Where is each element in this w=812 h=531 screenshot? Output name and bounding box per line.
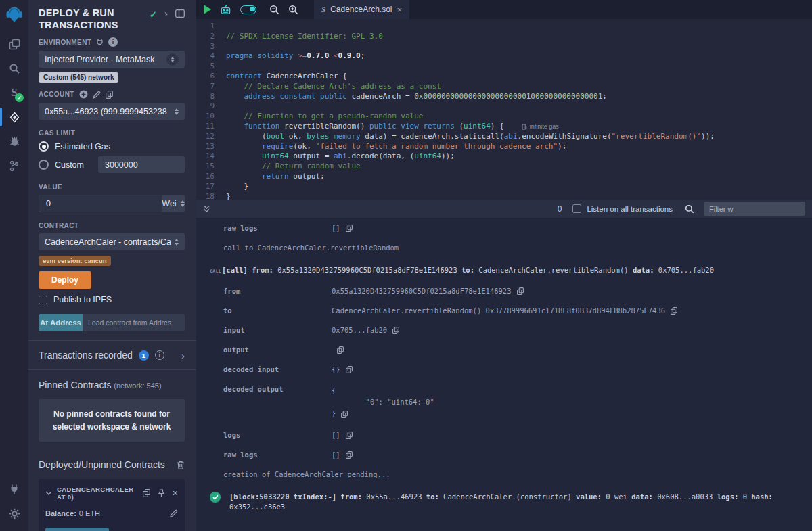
terminal-row: from0x55a1320D432759960C5Df0215a8dF78e1E… [210,287,812,295]
account-stepper-icon [175,108,179,115]
code-text: // Declare Cadence Arch's address as a c… [226,82,441,92]
line-number[interactable]: 16 [196,172,226,182]
row-label: decoded output [210,385,332,419]
transactions-info-icon[interactable]: i [155,350,164,360]
line-number[interactable]: 6 [196,72,226,82]
call-summary-row: call[call] from: 0x55a1320D432759960C5Df… [210,265,812,275]
custom-gas-input[interactable] [98,156,185,173]
value-input[interactable] [39,195,162,212]
copy-icon[interactable] [346,432,353,439]
line-number[interactable]: 8 [196,92,226,102]
line-number[interactable]: 13 [196,142,226,152]
publish-ipfs-checkbox[interactable] [39,296,47,304]
copy-icon[interactable] [337,346,344,354]
fork-environment-icon[interactable] [96,38,104,46]
collapse-panel-icon[interactable]: › [164,9,168,17]
line-number[interactable]: 12 [196,132,226,142]
copy-icon[interactable] [346,451,353,459]
deploy-button[interactable]: Deploy [39,271,91,289]
code-line: 16 return output; [196,172,812,182]
line-number[interactable]: 11 [196,122,226,132]
cadence-arch-button[interactable]: cadenceArch [45,528,109,531]
success-check-icon [210,492,221,503]
settings-gear-icon[interactable] [0,501,28,526]
code-editor[interactable]: 12// SPDX-License-Identifier: GPL-3.034p… [196,19,812,200]
line-number[interactable]: 7 [196,82,226,92]
line-number[interactable]: 5 [196,62,226,72]
copy-icon[interactable] [671,307,677,315]
account-select[interactable]: 0x55a...46923 (999.9999453238 [39,103,185,120]
divider [28,369,196,370]
terminal-collapse-double-chevron-icon[interactable] [203,205,210,213]
debugger-icon[interactable] [0,129,28,154]
copy-contract-icon[interactable] [143,489,150,497]
custom-gas-radio[interactable] [39,160,49,170]
run-script-play-icon[interactable] [204,5,211,14]
zoom-in-icon[interactable] [288,5,298,15]
line-number[interactable]: 14 [196,152,226,162]
estimated-gas-radio[interactable] [39,141,49,152]
block-summary-text[interactable]: [block:5033220 txIndex:-] from: 0x55a...… [229,492,812,512]
pin-contract-icon[interactable] [158,489,165,498]
terminal-search-icon[interactable] [685,204,694,214]
copilot-toggle[interactable] [240,5,256,14]
status-check-icon: ✓ [150,9,157,20]
copy-icon[interactable] [346,225,353,232]
plugin-manager-icon[interactable] [0,477,28,501]
value-unit-select[interactable]: Wei [162,195,185,212]
git-icon[interactable] [0,154,28,178]
ai-copilot-robot-icon[interactable] [220,5,231,15]
solidity-compiler-icon[interactable]: S ✓ [0,80,28,105]
card-chevron-down-icon[interactable] [45,491,52,495]
sign-message-icon[interactable] [93,91,101,99]
transactions-expand-icon[interactable]: › [181,352,185,359]
line-number[interactable]: 18 [196,192,226,200]
edit-balance-icon[interactable] [170,509,178,517]
deploy-run-icon[interactable] [0,105,28,129]
call-summary-text[interactable]: [call] from: 0x55a1320D432759960C5Df0215… [222,265,714,275]
code-text: pragma solidity >=0.7.0 <0.9.0; [226,51,365,62]
copy-icon[interactable] [392,327,399,334]
contract-select[interactable]: CadenceArchCaler - contracts/Cac [39,233,185,250]
publish-ipfs-label: Publish to IPFS [53,295,112,304]
line-number[interactable]: 15 [196,162,226,172]
row-value: { "0": "uint64: 0"} [332,385,434,419]
line-number[interactable]: 2 [196,32,226,42]
code-line: 12 (bool ok, bytes memory data) = cadenc… [196,132,812,142]
line-number[interactable]: 4 [196,51,226,62]
copy-icon[interactable] [517,287,524,295]
row-label: from [210,287,332,295]
listen-all-transactions-label[interactable]: Listen on all transactions [587,205,673,213]
clear-deployed-trash-icon[interactable] [177,461,185,469]
search-icon[interactable] [0,56,28,80]
line-number[interactable]: 17 [196,182,226,192]
close-tab-icon[interactable]: × [397,5,403,15]
line-number[interactable]: 1 [196,22,226,32]
remove-contract-icon[interactable]: × [173,490,178,497]
line-number[interactable]: 3 [196,42,226,52]
account-label: ACCOUNT [39,90,185,99]
remix-logo[interactable] [5,5,24,24]
at-address-input[interactable] [83,314,185,331]
code-text: } [226,182,248,192]
tab-cadencearch-sol[interactable]: S CadenceArch.sol × [314,0,409,19]
code-text: (bool ok, bytes memory data) = cadenceAr… [226,132,715,142]
terminal-filter-input[interactable] [704,202,805,216]
pin-panel-icon[interactable] [175,9,185,18]
listen-all-transactions-checkbox[interactable] [572,204,581,213]
line-number[interactable]: 9 [196,101,226,112]
file-explorer-icon[interactable] [0,32,28,56]
at-address-button[interactable]: At Address [39,314,83,331]
line-number[interactable]: 10 [196,112,226,122]
environment-select[interactable]: Injected Provider - MetaMask [39,51,185,68]
copy-icon[interactable] [341,411,348,418]
copy-icon[interactable] [346,366,353,373]
balance-value: 0 ETH [79,509,100,517]
solidity-file-icon: S [321,5,325,14]
environment-info-icon[interactable]: i [108,37,118,47]
environment-stepper-icon [166,53,179,66]
add-account-icon[interactable] [79,90,88,99]
zoom-out-icon[interactable] [269,5,279,15]
terminal-message: call to CadenceArchCaler.revertibleRando… [223,244,812,252]
copy-account-icon[interactable] [106,91,113,99]
